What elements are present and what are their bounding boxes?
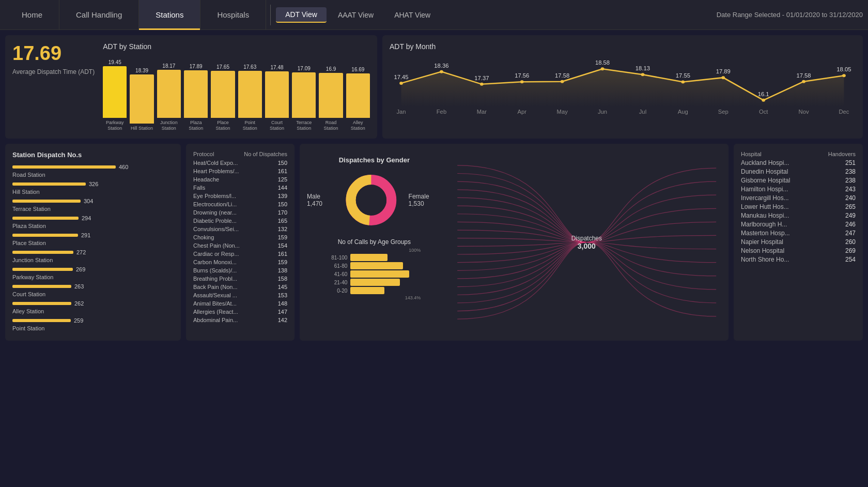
nav-tab-stations[interactable]: Stations xyxy=(139,0,200,30)
bar-label: Hill Station xyxy=(131,126,153,131)
hospital-name: Dunedin Hospital xyxy=(741,168,845,175)
age-label: 21-40 xyxy=(328,280,347,285)
station-num: 259 xyxy=(74,317,83,324)
station-item: 294 Plaza Station xyxy=(12,215,174,231)
station-dispatch-title: Station Dispatch No.s xyxy=(12,151,174,159)
station-bar-row: 294 xyxy=(12,215,174,221)
bar-col: 16.69 Alley Station xyxy=(346,67,370,131)
station-name: Plaza Station xyxy=(12,223,174,231)
bar-rect xyxy=(292,72,316,118)
hospital-row: Marlborough H... 246 xyxy=(741,221,856,228)
bar-rect xyxy=(265,71,289,118)
bar-label: Plaza Station xyxy=(184,120,208,131)
svg-point-27 xyxy=(762,99,765,102)
age-bar xyxy=(350,270,409,278)
protocol-row: Headache 125 xyxy=(193,176,287,183)
gender-row: Male 1,470 Female 1,530 xyxy=(307,169,442,231)
station-num: 304 xyxy=(84,198,93,204)
protocol-count: 165 xyxy=(269,218,287,224)
hospital-card: Hospital Handovers Auckland Hospi... 251… xyxy=(734,144,863,341)
bar-label: Point Station xyxy=(238,120,262,131)
svg-text:Jun: Jun xyxy=(598,109,607,115)
protocol-row: Back Pain (Non... 145 xyxy=(193,283,287,291)
hospital-table: Auckland Hospi... 251 Dunedin Hospital 2… xyxy=(741,159,856,263)
protocol-count: 139 xyxy=(269,193,287,199)
protocol-row: Burns (Scalds)/... 138 xyxy=(193,267,287,274)
age-bar-row: 0-20 xyxy=(328,287,421,294)
bar-rect xyxy=(130,74,153,124)
age-label: 41-60 xyxy=(328,271,347,277)
adt-left: 17.69 Average Dispatch Time (ADT) xyxy=(12,42,95,131)
hospital-row: Manukau Hospi... 249 xyxy=(741,212,856,219)
adt-month-title: ADT by Month xyxy=(390,42,856,51)
hospital-row: Lower Hutt Hos... 265 xyxy=(741,203,856,210)
nav-tab-hospitals[interactable]: Hospitals xyxy=(200,0,266,30)
station-bar-row: 259 xyxy=(12,317,174,324)
top-row: 17.69 Average Dispatch Time (ADT) ADT by… xyxy=(5,35,863,139)
dispatches-label: Dispatches xyxy=(571,235,602,242)
svg-text:17.58: 17.58 xyxy=(555,72,569,78)
age-bar xyxy=(350,262,403,269)
nav-tab-call-handling[interactable]: Call Handling xyxy=(59,0,139,30)
protocol-count: 144 xyxy=(269,185,287,191)
donut-chart xyxy=(344,169,398,231)
bar-rect xyxy=(238,71,262,118)
hospital-name: Masterton Hosp... xyxy=(741,230,845,237)
bar-label: Place Station xyxy=(211,120,235,131)
nav-view-ahat[interactable]: AHAT View xyxy=(385,8,440,22)
hospital-count: 269 xyxy=(845,247,856,254)
svg-point-15 xyxy=(601,67,605,70)
station-name: Alley Station xyxy=(12,308,174,316)
station-bar xyxy=(12,285,71,288)
svg-text:Mar: Mar xyxy=(477,109,487,115)
svg-point-21 xyxy=(681,80,685,83)
protocol-count: 150 xyxy=(269,201,287,207)
station-num: 272 xyxy=(76,249,86,255)
bar-value: 16.9 xyxy=(326,66,336,72)
age-bar-row: 61-80 xyxy=(328,262,421,269)
nav-tab-home[interactable]: Home xyxy=(5,0,59,30)
dispatches-title: Dispatches by Gender xyxy=(339,156,410,164)
hospital-count: 238 xyxy=(845,168,856,175)
hospital-count: 249 xyxy=(845,212,856,219)
svg-text:17.89: 17.89 xyxy=(716,69,731,74)
adt-bar-chart: ADT by Station 19.45 Parkway Station 18.… xyxy=(103,42,370,131)
protocol-count: 148 xyxy=(269,300,287,307)
age-title: No of Calls by Age Groups xyxy=(328,238,421,246)
nav-view-adt[interactable]: ADT View xyxy=(276,7,327,23)
protocol-name: Heart Problems/... xyxy=(193,168,269,174)
bars-container: 19.45 Parkway Station 18.39 Hill Station… xyxy=(103,55,370,131)
hospital-row: Invercargill Hos... 240 xyxy=(741,194,856,202)
bar-col: 18.39 Hill Station xyxy=(130,68,153,131)
svg-point-18 xyxy=(641,73,645,76)
svg-point-3 xyxy=(440,70,443,73)
svg-text:17.56: 17.56 xyxy=(515,73,529,79)
station-bar-row: 291 xyxy=(12,232,174,238)
svg-text:16.1: 16.1 xyxy=(758,91,769,97)
hospital-name: Lower Hutt Hos... xyxy=(741,203,845,210)
sankey-card: Dispatches by Gender Male 1,470 Female 1… xyxy=(300,144,729,341)
protocol-name: Falls xyxy=(193,185,269,191)
station-name: Parkway Station xyxy=(12,274,174,282)
bar-rect xyxy=(319,73,343,118)
hospital-name: North Shore Ho... xyxy=(741,256,845,263)
bar-value: 18.17 xyxy=(162,63,175,69)
svg-text:May: May xyxy=(557,109,568,115)
adt-big-number: 17.69 xyxy=(12,42,95,65)
nav-view-aaat[interactable]: AAAT View xyxy=(329,8,383,22)
station-item: 272 Junction Station xyxy=(12,249,174,265)
bar-value: 19.45 xyxy=(109,59,121,65)
adt-month-card: ADT by Month 17.45 Jan 18.36 Feb 17.37 M… xyxy=(382,35,863,139)
age-bar xyxy=(350,254,388,261)
hospital-row: Hamilton Hospi... 243 xyxy=(741,186,856,193)
bar-value: 17.63 xyxy=(243,64,256,70)
age-bar-row: 21-40 xyxy=(328,279,421,286)
station-list: 460 Road Station 326 Hill Station 304 Te… xyxy=(12,164,174,333)
station-name: Junction Station xyxy=(12,257,174,265)
protocol-name: Assault/Sexual ... xyxy=(193,292,269,298)
bar-label: Terrace Station xyxy=(292,120,316,131)
bar-col: 16.9 Road Station xyxy=(319,66,343,131)
bar-col: 17.65 Place Station xyxy=(211,64,235,131)
station-num: 294 xyxy=(82,215,91,221)
bar-rect xyxy=(211,71,235,118)
